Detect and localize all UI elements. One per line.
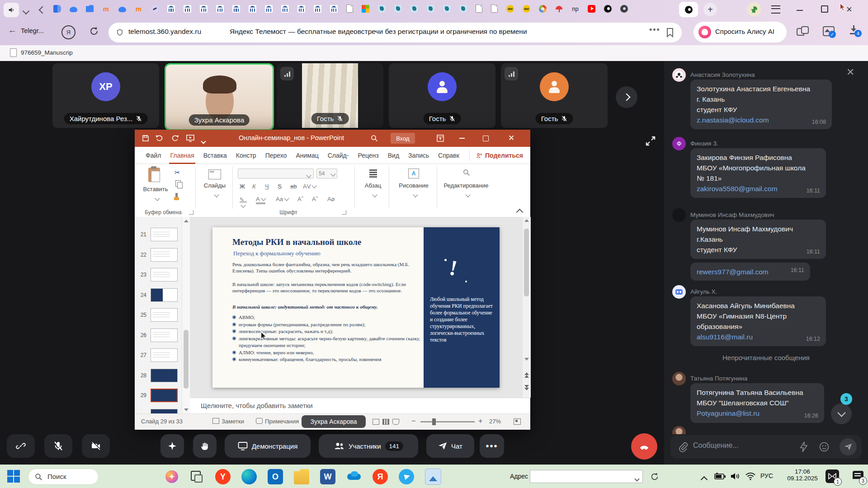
slide-thumbnail[interactable]: 29 (135, 389, 178, 402)
italic-button[interactable]: К (252, 183, 256, 190)
save-icon[interactable] (142, 135, 149, 142)
taskbar-app-yandex[interactable] (373, 469, 388, 484)
blk-tab-icon[interactable] (604, 5, 612, 13)
clear-formatting-button[interactable]: А⌀ (327, 196, 335, 202)
clock[interactable]: 17:06 09.12.2025 (783, 468, 822, 482)
url-text[interactable]: telemost.360.yandex.ru (128, 28, 201, 36)
fit-to-window-icon[interactable] (514, 418, 521, 425)
notes-toggle[interactable]: Заметки (212, 418, 244, 425)
ribbon-tab[interactable]: Вид (383, 147, 404, 164)
message-email-link[interactable]: Potyagunina@list.ru (697, 409, 760, 417)
thumbnail-preview[interactable] (151, 248, 178, 262)
crest-tab-icon[interactable] (443, 5, 451, 13)
slide-thumbnail[interactable]: 24 (135, 288, 178, 302)
taskbar-app-word[interactable] (320, 469, 335, 484)
slide-thumbnail[interactable]: 22 (135, 248, 178, 262)
participant-tile-5[interactable]: Гость (501, 63, 608, 128)
ribbon-tab[interactable]: Анимац (291, 147, 323, 164)
thumbnail-preview[interactable] (151, 369, 178, 382)
gear-tab-icon[interactable] (620, 5, 628, 13)
back-arrow-icon[interactable]: ← (8, 25, 17, 35)
text-shadow-button[interactable]: S (278, 183, 282, 190)
next-participants-button[interactable] (616, 86, 637, 108)
tab-groups-icon[interactable] (797, 26, 808, 37)
clipboard-dialog-launcher[interactable] (189, 210, 193, 215)
scroll-up-icon[interactable] (184, 220, 189, 222)
raise-hand-button[interactable] (193, 434, 217, 458)
ppt-maximize-button[interactable] (483, 136, 489, 141)
end-call-button[interactable] (631, 433, 657, 460)
participant-tile-2-active-speaker[interactable]: Зухра Аскарова (165, 63, 274, 131)
zoom-in-button[interactable]: + (478, 417, 482, 425)
crest-tab-icon[interactable] (459, 5, 467, 13)
strikethrough-button[interactable]: ab (290, 183, 297, 190)
bank-tab-icon[interactable] (330, 5, 338, 13)
yandex-services-icon[interactable]: Я (61, 25, 75, 39)
message-email-link[interactable]: rewers977@gmail.com (697, 268, 769, 276)
taskbar-app-outlook[interactable] (268, 469, 283, 484)
message-email-link[interactable]: zakirova5580@gmail.com (697, 185, 778, 192)
present-button[interactable]: Демонстрация (225, 434, 311, 458)
ppt-title-bar[interactable]: Онлайн-семинар_нов - PowerPoint Вход ✕ (135, 130, 530, 147)
slide-thumbnail[interactable]: 21 (135, 228, 178, 241)
ribbon-tab[interactable]: Запись (404, 147, 434, 164)
redo-icon[interactable] (171, 135, 179, 142)
window-minimize-button[interactable] (797, 10, 803, 11)
cut-icon[interactable]: ✂ (175, 169, 180, 177)
slide-thumbnail[interactable]: 28 (135, 369, 178, 382)
taskbar-app-copilot[interactable] (165, 470, 178, 483)
slide-thumbnail[interactable]: 26 (135, 328, 178, 342)
slide-thumbnail[interactable]: 25 (135, 308, 178, 322)
pen-tab-icon[interactable] (151, 5, 159, 13)
emoji-icon[interactable] (819, 441, 830, 452)
slide-scrollbar[interactable] (522, 217, 531, 398)
thumbnail-preview[interactable] (151, 288, 178, 302)
site-security-shield-icon[interactable] (116, 28, 124, 37)
doc-tab-icon[interactable] (476, 5, 482, 13)
bold-button[interactable]: Ж (240, 183, 245, 190)
address-go-icon[interactable] (650, 472, 660, 482)
shrink-font-button[interactable]: Аˇ (312, 196, 318, 202)
scroll-down-icon[interactable] (524, 358, 529, 361)
window-close-button[interactable]: × (846, 4, 852, 15)
address-bar[interactable]: telemost.360.yandex.ru Яндекс Телемост —… (108, 23, 682, 42)
thumbnail-preview[interactable] (151, 268, 178, 282)
bank-tab-icon[interactable] (216, 5, 224, 13)
send-button[interactable] (840, 438, 857, 455)
thumbnail-preview[interactable] (151, 409, 178, 414)
doc-tab-icon[interactable] (346, 5, 353, 13)
window-maximize-button[interactable] (821, 5, 828, 13)
start-slideshow-icon[interactable] (186, 134, 194, 142)
doi-tab-icon[interactable]: doi (506, 5, 514, 13)
ms-tab-icon[interactable] (362, 5, 369, 13)
zoom-level[interactable]: 27% (489, 418, 501, 425)
thumbnails-scrollbar[interactable] (182, 217, 190, 413)
bank-tab-icon[interactable] (265, 5, 273, 13)
crest-tab-icon[interactable] (410, 5, 418, 13)
ppt-search-icon[interactable] (371, 135, 378, 142)
paste-button[interactable]: Вставить (145, 168, 166, 201)
ribbon-tab[interactable]: Слайд- (323, 147, 354, 164)
more-options-button[interactable]: ••• (480, 434, 504, 458)
thumbnail-preview[interactable] (151, 228, 178, 241)
notifications-icon[interactable]: 3 (852, 469, 865, 483)
book-tab-icon[interactable] (53, 5, 61, 13)
bank-tab-icon[interactable] (184, 5, 191, 13)
pr-tab-icon[interactable]: пр (571, 5, 579, 13)
tray-app-icon[interactable]: 1 (826, 469, 839, 483)
underline-button[interactable]: Ч (265, 183, 269, 190)
battery-icon[interactable] (714, 473, 726, 480)
bank-tab-icon[interactable] (232, 5, 240, 13)
bank-tab-icon[interactable] (314, 5, 321, 13)
tab-audio-button[interactable] (4, 3, 19, 17)
bank-tab-icon[interactable] (200, 5, 208, 13)
cloud-tab-icon[interactable] (70, 7, 77, 12)
ribbon-tab[interactable]: Главная (165, 147, 198, 164)
scroll-to-bottom-button[interactable] (831, 404, 852, 424)
taskbar-app-taskview[interactable] (189, 469, 204, 484)
wifi-icon[interactable] (745, 472, 756, 481)
attach-icon[interactable] (678, 441, 689, 452)
zoom-slider-track[interactable] (420, 421, 475, 422)
doc-tab-icon[interactable] (491, 5, 498, 13)
address-dropdown-chevron-icon[interactable] (635, 474, 639, 483)
